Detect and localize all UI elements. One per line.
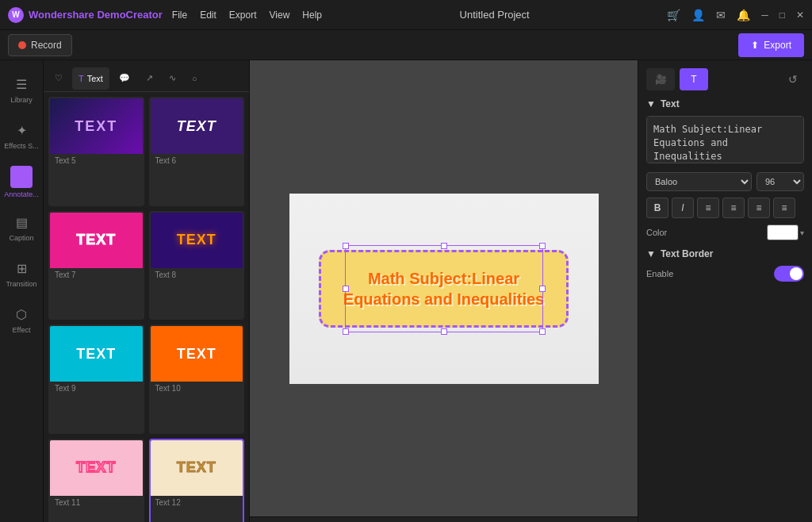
app-logo: W Wondershare DemoCreator <box>8 7 163 23</box>
canvas-area: Math Subject:LinearEquations and Inequal… <box>250 60 638 522</box>
text-cards-grid: TEXT Text 5 TEXT Text 6 TEXT Text 7 <box>44 92 249 522</box>
menu-view[interactable]: View <box>270 10 290 21</box>
library-icon: ☰ <box>13 76 30 94</box>
rp-tab-text[interactable]: T <box>680 68 708 90</box>
right-panel: 🎥 T ↺ ▼ Text Math Subject:Linear Equatio… <box>638 60 812 522</box>
sidebar-label-caption: Caption <box>9 234 33 242</box>
export-icon: ⬆ <box>751 40 759 51</box>
toggle-knob <box>790 267 802 280</box>
format-row: B I ≡ ≡ ≡ ≡ <box>646 198 804 218</box>
transition-icon: ⊞ <box>13 260 30 278</box>
card6-label: Text 6 <box>151 154 243 167</box>
card5-text: TEXT <box>75 118 117 135</box>
text-panel: ♡ T Text 💬 ↗ ∿ ○ TEXT Text 5 TEXT <box>44 60 250 522</box>
card12-text: TEXT <box>177 459 216 476</box>
maximize-button[interactable]: □ <box>779 10 785 21</box>
italic-button[interactable]: I <box>672 198 694 218</box>
main-content: ☰ Library ✦ Effects S... ✎ Annotate... ▤… <box>0 60 812 522</box>
bell-icon[interactable]: 🔔 <box>737 9 750 21</box>
rp-tab-video[interactable]: 🎥 <box>646 68 675 90</box>
card8-text: TEXT <box>177 232 216 248</box>
tab-wave[interactable]: ∿ <box>163 67 182 90</box>
align-right-button[interactable]: ≡ <box>748 198 770 218</box>
card11-label: Text 11 <box>50 496 143 509</box>
text-annotation-box[interactable]: Math Subject:LinearEquations and Inequal… <box>319 250 569 328</box>
font-select[interactable]: Baloo <box>646 172 752 191</box>
sidebar-item-effects[interactable]: ✦ Effects S... <box>0 113 44 159</box>
border-enable-label: Enable <box>646 269 774 278</box>
record-label: Record <box>31 40 62 51</box>
card10-label: Text 10 <box>151 382 243 395</box>
text-card-10[interactable]: TEXT Text 10 <box>149 324 245 434</box>
text-section-label: Text <box>661 98 680 109</box>
annotate-icon: ✎ <box>10 166 33 188</box>
sidebar-item-transition[interactable]: ⊞ Transition <box>0 251 44 297</box>
playback-bar: 📷 ⏮ ▶ ⏸ ⏭ 00:00:00 | 00:00:17 🔊 ⛶ Fit <box>250 516 638 522</box>
sidebar: ☰ Library ✦ Effects S... ✎ Annotate... ▤… <box>0 60 44 522</box>
caption-icon: ▤ <box>13 214 30 232</box>
cart-icon[interactable]: 🛒 <box>667 9 680 21</box>
export-button[interactable]: ⬆ Export <box>738 33 804 57</box>
text-card-11[interactable]: TEXT Text 11 <box>48 439 144 523</box>
sidebar-label-library: Library <box>10 96 33 104</box>
text-card-5[interactable]: TEXT Text 5 <box>48 97 144 206</box>
record-button[interactable]: Record <box>8 34 72 56</box>
menu-edit[interactable]: Edit <box>200 10 216 21</box>
card7-label: Text 7 <box>50 268 143 282</box>
align-left-button[interactable]: ≡ <box>697 198 719 218</box>
minimize-button[interactable]: ─ <box>761 10 768 21</box>
size-select[interactable]: 96 <box>756 172 804 191</box>
color-swatch[interactable] <box>767 225 799 240</box>
card8-label: Text 8 <box>151 268 243 282</box>
text-card-9[interactable]: TEXT Text 9 <box>48 324 144 434</box>
sidebar-label-effects: Effects S... <box>4 142 38 150</box>
align-center-button[interactable]: ≡ <box>722 198 745 218</box>
sidebar-item-library[interactable]: ☰ Library <box>0 67 44 113</box>
color-row: Color ▾ <box>646 225 804 240</box>
card9-text: TEXT <box>76 346 116 363</box>
tab-text[interactable]: T Text <box>72 67 109 90</box>
toolbar: Record ⬆ Export <box>0 30 812 60</box>
menu-help[interactable]: Help <box>302 10 322 21</box>
menu-file[interactable]: File <box>172 10 187 21</box>
tab-circle[interactable]: ○ <box>186 67 204 90</box>
effects-icon: ✦ <box>13 122 30 140</box>
text-card-6[interactable]: TEXT Text 6 <box>149 97 245 206</box>
user-icon[interactable]: 👤 <box>691 9 705 21</box>
close-button[interactable]: ✕ <box>796 10 804 21</box>
border-toggle[interactable] <box>774 266 804 282</box>
justify-button[interactable]: ≡ <box>773 198 795 218</box>
sidebar-item-effect[interactable]: ⬡ Effect <box>0 297 44 343</box>
card12-label: Text 12 <box>151 496 243 509</box>
rp-refresh-button[interactable]: ↺ <box>782 68 804 90</box>
tab-bubble[interactable]: 💬 <box>113 67 136 90</box>
slide-preview: Math Subject:LinearEquations and Inequal… <box>289 194 599 384</box>
border-section: ▼ Text Border Enable <box>646 248 804 282</box>
record-dot <box>18 41 26 49</box>
panel-tabs: ♡ T Text 💬 ↗ ∿ ○ <box>44 60 249 92</box>
rp-top-tabs: 🎥 T ↺ <box>646 68 804 90</box>
tab-arrow[interactable]: ↗ <box>140 67 159 90</box>
canvas-text-content: Math Subject:LinearEquations and Inequal… <box>343 268 544 309</box>
canvas-inner: Math Subject:LinearEquations and Inequal… <box>250 60 638 516</box>
card6-text: TEXT <box>177 118 216 135</box>
text-content-input[interactable]: Math Subject:Linear Equations and Inequa… <box>646 116 804 163</box>
text-card-8[interactable]: TEXT Text 8 <box>149 211 245 320</box>
card7-text: TEXT <box>76 232 116 248</box>
tab-favorite[interactable]: ♡ <box>48 67 69 90</box>
border-section-label: Text Border <box>661 248 713 259</box>
text-card-7[interactable]: TEXT Text 7 <box>48 211 144 320</box>
card11-text: TEXT <box>76 459 116 476</box>
sidebar-item-annotate[interactable]: ✎ Annotate... <box>0 159 44 205</box>
titlebar: W Wondershare DemoCreator File Edit Expo… <box>0 0 812 30</box>
menu-export[interactable]: Export <box>229 10 257 21</box>
sidebar-item-caption[interactable]: ▤ Caption <box>0 205 44 251</box>
app-logo-icon: W <box>8 7 24 23</box>
mail-icon[interactable]: ✉ <box>716 9 726 21</box>
bold-button[interactable]: B <box>646 198 668 218</box>
titlebar-controls: 🛒 👤 ✉ 🔔 ─ □ ✕ <box>667 9 804 21</box>
canvas-view: Math Subject:LinearEquations and Inequal… <box>250 60 638 516</box>
color-dropdown-arrow: ▾ <box>800 228 804 237</box>
text-card-12[interactable]: TEXT Text 12 <box>149 439 245 523</box>
font-row: Baloo 96 <box>646 172 804 191</box>
